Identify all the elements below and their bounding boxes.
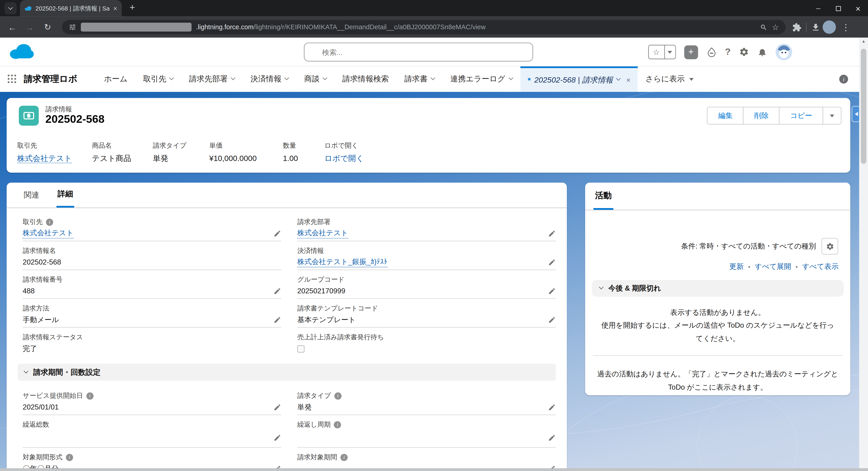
section-upcoming-overdue[interactable]: 今後 & 期限切れ (592, 280, 844, 297)
billing-dept-link[interactable]: 株式会社テスト (297, 228, 348, 239)
scrollbar-thumb[interactable] (861, 49, 866, 164)
chevron-down-icon[interactable] (431, 75, 435, 80)
global-actions-plus-button[interactable]: + (684, 45, 698, 59)
notifications-bell-icon[interactable] (757, 47, 767, 57)
section-billing-period-settings[interactable]: 請求期間・回数設定 (18, 364, 556, 381)
nav-item-invoices[interactable]: 請求書 (397, 66, 442, 92)
edit-pencil-icon[interactable] (273, 229, 281, 237)
nav-item-billing-dept[interactable]: 請求先部署 (181, 66, 243, 92)
nav-item-opportunities[interactable]: 商談 (297, 66, 335, 92)
extensions-icon[interactable] (792, 23, 802, 32)
checkbox-unchecked[interactable] (297, 345, 304, 352)
edit-pencil-icon[interactable] (548, 434, 556, 442)
vertical-scrollbar[interactable]: ▲ (859, 38, 868, 468)
edit-pencil-icon[interactable] (548, 258, 556, 266)
edit-pencil-icon[interactable] (548, 229, 556, 237)
delete-button[interactable]: 削除 (743, 107, 780, 124)
tab-close-icon[interactable]: × (113, 5, 117, 12)
tab-related[interactable]: 関連 (23, 183, 40, 208)
browser-profile-avatar[interactable] (823, 21, 836, 34)
bookmark-star-icon[interactable]: ☆ (772, 23, 779, 32)
account-link[interactable]: 株式会社テスト (17, 154, 72, 163)
url-bar[interactable]: .lightning.force.com/lightning/r/KEIRINO… (62, 20, 785, 34)
nav-items: ホーム 取引先 請求先部署 決済情報 商談 請求情報検索 請求書 連携エラーログ… (96, 66, 701, 92)
nav-item-billing-search[interactable]: 請求情報検索 (335, 66, 397, 92)
billing-record-icon (19, 106, 39, 126)
favorites-star-icon[interactable]: ☆ (648, 45, 665, 59)
edit-pencil-icon[interactable] (273, 434, 281, 442)
unsaved-indicator: * (527, 75, 530, 84)
forward-button[interactable]: → (22, 20, 38, 35)
browser-tab[interactable]: 202502-568 | 請求情報 | Salesfo × (20, 0, 122, 17)
info-icon: i (66, 453, 73, 461)
account-link[interactable]: 株式会社テスト (23, 228, 73, 239)
open-in-robo-link[interactable]: ロボで開く (324, 154, 364, 163)
nav-item-accounts[interactable]: 取引先 (135, 66, 181, 92)
scroll-up-icon[interactable]: ▲ (859, 39, 868, 43)
record-highlights-panel: 請求情報 202502-568 編集 削除 コピー 取引先 株式会社テスト 商品… (7, 98, 850, 172)
record-action-buttons: 編集 削除 コピー (707, 107, 841, 124)
highlight-fields: 取引先 株式会社テスト 商品名 テスト商品 請求タイプ 単発 単価 ¥10,00… (7, 141, 850, 170)
help-icon[interactable]: ? (725, 46, 731, 57)
payment-info-link[interactable]: 株式会社テスト_銀振_ｶ)ﾃｽﾄ (297, 257, 387, 267)
downloads-icon[interactable] (811, 23, 820, 32)
chevron-down-icon[interactable] (508, 75, 513, 80)
window-maximize-button[interactable] (828, 0, 848, 17)
nav-active-record-tab[interactable]: * 202502-568 | 請求情報 × (520, 66, 638, 92)
chevron-down-icon[interactable] (323, 75, 328, 80)
tab-activity[interactable]: 活動 (593, 183, 613, 210)
close-tab-icon[interactable]: × (626, 76, 630, 84)
system-info-icon[interactable]: i (839, 75, 848, 84)
window-minimize-button[interactable]: ─ (808, 0, 828, 17)
page-zoom-icon[interactable] (760, 24, 767, 31)
highlight-field-product: 商品名 テスト商品 (92, 141, 131, 164)
edit-pencil-icon[interactable] (548, 403, 556, 411)
activity-tabs: 活動 (585, 183, 850, 210)
activity-past-text: 過去の活動はありません。「完了」とマークされた過去のミーティングと ToDo が… (585, 368, 850, 394)
activity-empty-state: 表示する活動がありません。 使用を開始するには、メールの送信や ToDo のスケ… (585, 306, 850, 345)
browser-menu-kebab-icon[interactable]: ⋮ (838, 20, 854, 35)
favorites-button-group: ☆ (648, 45, 676, 59)
nav-item-payment-info[interactable]: 決済情報 (243, 66, 297, 92)
edit-pencil-icon[interactable] (548, 287, 556, 295)
chevron-down-icon[interactable] (169, 75, 174, 80)
highlight-field-account: 取引先 株式会社テスト (17, 141, 72, 164)
edit-pencil-icon[interactable] (548, 316, 556, 323)
horizontal-scrollbar[interactable] (0, 468, 868, 471)
new-tab-button[interactable]: + (130, 2, 135, 13)
copy-button[interactable]: コピー (779, 107, 823, 124)
detail-card-tabs: 関連 詳細 (7, 183, 567, 208)
highlight-field-quantity: 数量 1.00 (283, 141, 298, 163)
edit-button[interactable]: 編集 (707, 107, 744, 124)
back-button[interactable]: ← (4, 20, 20, 35)
refresh-link[interactable]: 更新 (729, 262, 744, 272)
info-icon: i (334, 392, 341, 399)
global-search-input[interactable] (304, 42, 533, 61)
edit-pencil-icon[interactable] (273, 403, 281, 411)
favorites-dropdown-button[interactable] (664, 45, 676, 59)
tab-search-button[interactable] (4, 2, 17, 14)
edit-pencil-icon[interactable] (273, 316, 281, 323)
nav-item-error-log[interactable]: 連携エラーログ (442, 66, 520, 92)
chevron-down-icon[interactable] (616, 76, 621, 81)
user-avatar[interactable] (776, 44, 792, 60)
chevron-down-icon[interactable] (285, 75, 289, 80)
site-settings-icon[interactable] (69, 23, 76, 31)
setup-gear-icon[interactable] (739, 47, 749, 57)
chevron-down-icon (599, 285, 604, 289)
field-billing-number: 請求情報番号 488 (23, 275, 281, 299)
activity-settings-button[interactable] (822, 238, 838, 255)
expand-all-link[interactable]: すべて展開 (754, 262, 791, 272)
reload-button[interactable]: ↻ (40, 20, 55, 35)
chevron-down-icon[interactable] (231, 75, 236, 80)
nav-more-button[interactable]: さらに表示 (638, 66, 701, 92)
view-all-link[interactable]: すべて表示 (802, 262, 839, 272)
record-detail-card: 関連 詳細 取引先i 株式会社テスト 請求先部署 株式会社テスト 請求情報名 2… (7, 183, 567, 471)
edit-pencil-icon[interactable] (273, 287, 281, 295)
window-close-button[interactable]: × (848, 0, 868, 17)
tab-details[interactable]: 詳細 (57, 183, 74, 208)
trailhead-icon[interactable] (706, 47, 717, 57)
app-launcher-waffle-icon[interactable] (8, 75, 17, 84)
more-actions-button[interactable] (823, 107, 841, 124)
nav-item-home[interactable]: ホーム (96, 66, 135, 92)
